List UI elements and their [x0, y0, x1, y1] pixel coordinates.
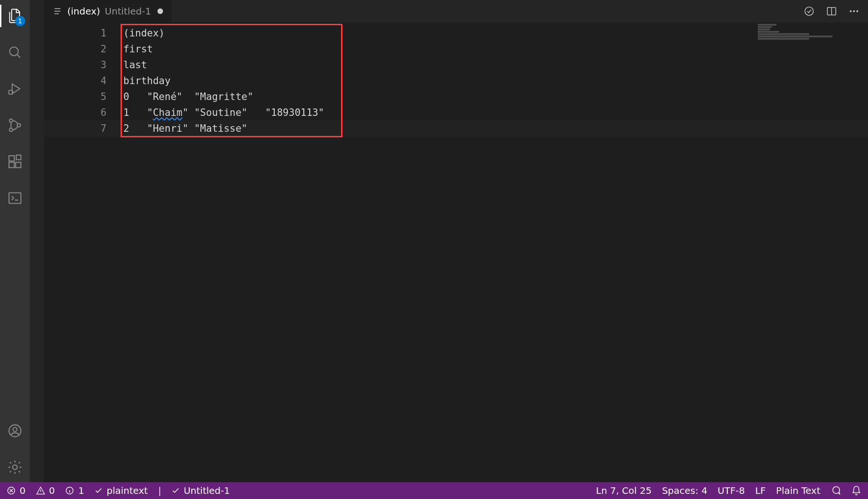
more-actions-icon[interactable] [848, 6, 860, 17]
activity-accounts[interactable] [4, 420, 26, 442]
code-line: 0 "René" "Magritte" [123, 89, 868, 105]
tab-bar: (index) Untitled-1 [44, 0, 868, 22]
tab-dirty-indicator [157, 8, 163, 14]
code-line: first [123, 41, 868, 57]
info-icon [65, 486, 74, 495]
activity-run-debug[interactable] [4, 78, 26, 100]
status-cursor-position[interactable]: Ln 7, Col 25 [596, 485, 652, 496]
svg-point-15 [850, 10, 852, 12]
compare-changes-icon[interactable] [804, 6, 815, 17]
svg-rect-6 [9, 162, 14, 167]
line-number: 3 [44, 57, 123, 73]
tab-actions [795, 0, 868, 22]
status-lint-target[interactable]: Untitled-1 [171, 485, 230, 496]
status-lint-mode-text: plaintext [107, 485, 148, 496]
activity-search[interactable] [4, 41, 26, 64]
error-icon [7, 486, 16, 495]
account-icon [7, 423, 23, 439]
activity-explorer[interactable]: 1 [4, 5, 26, 27]
explorer-badge: 1 [15, 16, 25, 26]
svg-point-11 [13, 428, 17, 432]
terminal-icon [7, 190, 23, 206]
gear-icon [7, 459, 23, 475]
status-bar: 0 0 1 plaintext | Untitled-1 [0, 482, 868, 499]
status-errors[interactable]: 0 [7, 485, 26, 496]
line-number: 2 [44, 41, 123, 57]
tab-title-secondary: Untitled-1 [105, 6, 151, 17]
code-line: 2 "Henri" "Matisse" [123, 121, 868, 136]
status-language-mode[interactable]: Plain Text [776, 485, 820, 496]
svg-rect-9 [9, 193, 21, 204]
line-number: 6 [44, 105, 123, 121]
svg-point-3 [9, 128, 13, 131]
search-icon [7, 44, 23, 60]
editor-area: (index) Untitled-1 [44, 0, 868, 482]
feedback-icon [831, 485, 841, 496]
status-warnings[interactable]: 0 [36, 485, 55, 496]
run-debug-icon [7, 80, 23, 97]
status-feedback-icon[interactable] [831, 485, 841, 496]
check-icon [94, 486, 103, 495]
side-panel-sliver [30, 0, 44, 482]
line-number: 7 [44, 121, 123, 136]
minimap[interactable] [758, 23, 861, 37]
code-line: birthday [123, 73, 868, 89]
status-lint-mode[interactable]: plaintext [94, 485, 148, 496]
svg-rect-5 [9, 156, 14, 161]
svg-point-4 [17, 123, 21, 127]
svg-point-0 [10, 47, 18, 56]
svg-rect-7 [15, 162, 21, 167]
status-encoding[interactable]: UTF-8 [718, 485, 745, 496]
line-number-gutter: 1 2 3 4 5 6 7 [44, 22, 123, 482]
editor-tab-active[interactable]: (index) Untitled-1 [44, 0, 172, 22]
status-errors-count: 0 [20, 485, 26, 496]
tab-title-primary: (index) [67, 6, 100, 17]
split-editor-icon[interactable] [826, 6, 837, 17]
extensions-icon [7, 154, 23, 170]
status-separator: | [158, 485, 161, 496]
status-info[interactable]: 1 [65, 485, 84, 496]
status-info-count: 1 [78, 485, 84, 496]
activity-settings[interactable] [4, 456, 26, 478]
spellcheck-squiggle: Chaim [153, 107, 182, 118]
line-number: 1 [44, 25, 123, 41]
svg-rect-8 [16, 155, 21, 160]
source-control-icon [7, 117, 23, 133]
code-line: last [123, 57, 868, 73]
svg-point-16 [853, 10, 855, 12]
svg-point-17 [856, 10, 858, 12]
status-lint-target-text: Untitled-1 [184, 485, 230, 496]
activity-terminal[interactable] [4, 187, 26, 209]
status-warnings-count: 0 [49, 485, 55, 496]
svg-point-13 [805, 7, 813, 15]
code-view[interactable]: (index) first last birthday 0 "René" "Ma… [123, 22, 868, 482]
status-indentation[interactable]: Spaces: 4 [662, 485, 707, 496]
text-file-icon [52, 6, 63, 16]
code-line: 1 "Chaim" "Soutine" "18930113" [123, 105, 868, 121]
status-notifications-icon[interactable] [851, 485, 861, 496]
activity-extensions[interactable] [4, 150, 26, 173]
warning-icon [36, 486, 45, 495]
main-layout: 1 [0, 0, 868, 482]
line-number: 4 [44, 73, 123, 89]
svg-point-12 [13, 465, 17, 470]
activity-bar: 1 [0, 0, 30, 482]
editor-body[interactable]: 1 2 3 4 5 6 7 (index) first last birthda… [44, 22, 868, 482]
svg-point-2 [9, 119, 13, 122]
line-number: 5 [44, 89, 123, 105]
status-eol[interactable]: LF [755, 485, 766, 496]
bell-icon [851, 485, 861, 496]
code-line: (index) [123, 25, 868, 41]
activity-source-control[interactable] [4, 114, 26, 136]
check-icon [171, 486, 180, 495]
